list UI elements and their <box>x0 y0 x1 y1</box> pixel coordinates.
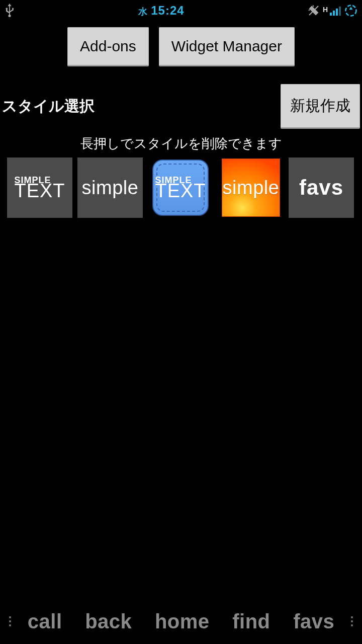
style-tile-favs[interactable]: favs <box>289 157 354 218</box>
style-tile-simpletext-blue[interactable]: SIMPLE TEXT <box>148 157 213 218</box>
style-tile-simple-orange[interactable]: simple <box>218 157 284 218</box>
section-header: スタイル選択 新規作成 <box>0 71 362 129</box>
svg-rect-2 <box>333 11 335 16</box>
softkey-bar: call back home find favs <box>0 599 362 644</box>
svg-rect-4 <box>339 7 341 16</box>
addons-button[interactable]: Add-ons <box>67 27 149 66</box>
widget-manager-button[interactable]: Widget Manager <box>159 27 295 66</box>
new-style-button[interactable]: 新規作成 <box>281 84 360 129</box>
status-day: 水 <box>138 7 148 17</box>
tile-label-line2: TEXT <box>14 184 65 199</box>
delete-hint: 長押しでスタイルを削除できます <box>0 129 362 155</box>
section-title: スタイル選択 <box>0 96 281 117</box>
sync-icon <box>344 4 358 18</box>
top-buttons-row: Add-ons Widget Manager <box>0 21 362 71</box>
status-bar: 水15:24 H <box>0 0 362 21</box>
network-type-label: H <box>323 6 328 14</box>
tile-label-line2: TEXT <box>155 184 206 199</box>
tile-label: simple <box>223 177 280 199</box>
style-tiles-row: SIMPLE TEXT simple SIMPLE TEXT simple fa… <box>0 155 362 220</box>
tile-label: favs <box>299 176 343 200</box>
softkey-find[interactable]: find <box>232 610 270 633</box>
menu-dots-left-icon[interactable] <box>4 616 16 626</box>
softkey-favs[interactable]: favs <box>293 610 334 633</box>
status-time: 15:24 <box>151 4 184 17</box>
signal-icon <box>329 5 341 17</box>
svg-rect-1 <box>330 13 332 16</box>
svg-rect-3 <box>336 9 338 16</box>
status-clock: 水15:24 <box>15 4 308 18</box>
usb-icon <box>4 4 15 18</box>
menu-dots-right-icon[interactable] <box>346 616 358 626</box>
style-tile-simpletext-grey[interactable]: SIMPLE TEXT <box>7 157 72 218</box>
style-tile-simple-grey[interactable]: simple <box>77 157 143 218</box>
vibrate-icon <box>308 5 320 17</box>
tile-label: simple <box>82 177 139 199</box>
softkey-back[interactable]: back <box>85 610 132 633</box>
softkey-home[interactable]: home <box>155 610 210 633</box>
softkey-call[interactable]: call <box>28 610 62 633</box>
